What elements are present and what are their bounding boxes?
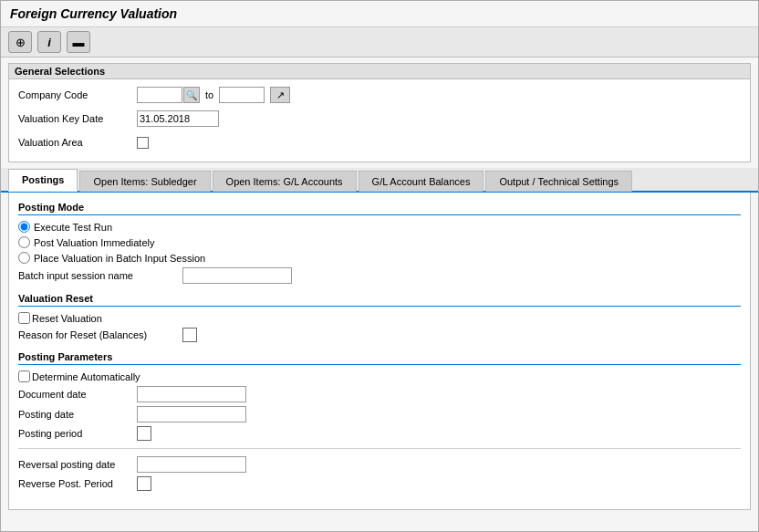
general-selections-section: General Selections Company Code 🔍 to ↗ V… — [8, 63, 751, 162]
reverse-post-period-label: Reverse Post. Period — [18, 478, 137, 489]
reversal-posting-date-row: Reversal posting date — [18, 456, 741, 473]
company-code-row: Company Code 🔍 to ↗ — [18, 85, 741, 105]
company-code-to-input[interactable] — [219, 87, 265, 103]
valuation-key-date-label: Valuation Key Date — [18, 113, 137, 124]
company-code-label: Company Code — [18, 89, 137, 100]
reverse-post-period-row: Reverse Post. Period — [18, 476, 741, 491]
reversal-posting-date-label: Reversal posting date — [18, 459, 137, 470]
valuation-area-label: Valuation Area — [18, 137, 137, 148]
tab-open-items-subledger[interactable]: Open Items: Subledger — [79, 171, 210, 192]
posting-mode-section: Posting Mode Execute Test Run Post Valua… — [18, 202, 741, 284]
execute-test-run-label: Execute Test Run — [34, 222, 112, 233]
valuation-reset-section: Valuation Reset Reset Valuation Reason f… — [18, 293, 741, 342]
general-selections-body: Company Code 🔍 to ↗ Valuation Key Date V… — [9, 79, 750, 162]
main-window: Foreign Currency Valuation ⊕ i ▬ General… — [0, 0, 759, 532]
post-valuation-immediately-radio[interactable] — [18, 236, 30, 248]
postings-tab-content: Posting Mode Execute Test Run Post Valua… — [8, 193, 751, 510]
determine-automatically-row: Determine Automatically — [18, 370, 741, 382]
post-valuation-immediately-label: Post Valuation Immediately — [34, 237, 154, 248]
place-valuation-batch-label: Place Valuation in Batch Input Session — [34, 253, 205, 264]
tab-output-technical[interactable]: Output / Technical Settings — [485, 171, 632, 192]
valuation-area-checkbox[interactable] — [137, 137, 149, 149]
company-code-search-button[interactable]: 🔍 — [183, 87, 200, 103]
menu-icon: ▬ — [73, 36, 85, 49]
to-label: to — [205, 89, 213, 100]
determine-automatically-checkbox[interactable] — [18, 370, 30, 382]
reset-valuation-row: Reset Valuation — [18, 312, 741, 324]
info-icon: i — [47, 36, 51, 49]
posting-date-label: Posting date — [18, 409, 137, 420]
company-code-from-input[interactable] — [137, 87, 182, 103]
tab-gl-account-balances[interactable]: G/L Account Balances — [359, 171, 484, 192]
info-button[interactable]: i — [37, 31, 61, 53]
place-valuation-batch-radio[interactable] — [18, 252, 30, 264]
reversal-posting-date-input[interactable] — [137, 456, 246, 473]
reset-valuation-label: Reset Valuation — [32, 313, 102, 324]
posting-parameters-section: Posting Parameters Determine Automatical… — [18, 351, 741, 491]
tab-postings[interactable]: Postings — [8, 169, 78, 192]
posting-mode-header: Posting Mode — [18, 202, 741, 215]
arrow-icon: ↗ — [276, 89, 285, 101]
reset-valuation-checkbox[interactable] — [18, 312, 30, 324]
search-icon: 🔍 — [186, 90, 197, 100]
batch-input-session-label: Batch input session name — [18, 270, 182, 281]
document-date-row: Document date — [18, 386, 741, 402]
separator — [18, 448, 741, 449]
posting-period-row: Posting period — [18, 426, 741, 441]
reason-for-reset-row: Reason for Reset (Balances) — [18, 328, 741, 342]
execute-test-run-row: Execute Test Run — [18, 221, 741, 233]
document-date-input[interactable] — [137, 386, 246, 402]
valuation-key-date-row: Valuation Key Date — [18, 109, 741, 129]
document-date-label: Document date — [18, 389, 137, 400]
window-title: Foreign Currency Valuation — [10, 6, 177, 21]
general-selections-header: General Selections — [9, 64, 750, 79]
posting-parameters-header: Posting Parameters — [18, 351, 741, 365]
reason-for-reset-label: Reason for Reset (Balances) — [18, 329, 182, 340]
valuation-reset-header: Valuation Reset — [18, 293, 741, 307]
tabs-bar: Postings Open Items: Subledger Open Item… — [1, 168, 758, 193]
reverse-post-period-checkbox[interactable] — [137, 476, 151, 491]
posting-period-checkbox[interactable] — [137, 426, 151, 441]
back-icon: ⊕ — [16, 36, 26, 49]
determine-automatically-label: Determine Automatically — [32, 371, 140, 382]
title-bar: Foreign Currency Valuation — [1, 1, 758, 27]
reason-for-reset-checkbox[interactable] — [182, 328, 197, 342]
posting-period-label: Posting period — [18, 428, 137, 439]
valuation-area-row: Valuation Area — [18, 132, 741, 152]
post-valuation-immediately-row: Post Valuation Immediately — [18, 236, 741, 248]
valuation-key-date-input[interactable] — [137, 110, 219, 127]
posting-date-row: Posting date — [18, 406, 741, 422]
back-button[interactable]: ⊕ — [8, 31, 32, 53]
tab-open-items-gl[interactable]: Open Items: G/L Accounts — [213, 171, 357, 192]
toolbar: ⊕ i ▬ — [1, 27, 758, 57]
execute-test-run-radio[interactable] — [18, 221, 30, 233]
batch-input-session-row: Batch input session name — [18, 267, 741, 284]
place-valuation-batch-row: Place Valuation in Batch Input Session — [18, 252, 741, 264]
menu-button[interactable]: ▬ — [67, 31, 90, 53]
posting-date-input[interactable] — [137, 406, 246, 422]
batch-input-session-input[interactable] — [182, 267, 292, 284]
navigate-icon[interactable]: ↗ — [270, 87, 290, 103]
